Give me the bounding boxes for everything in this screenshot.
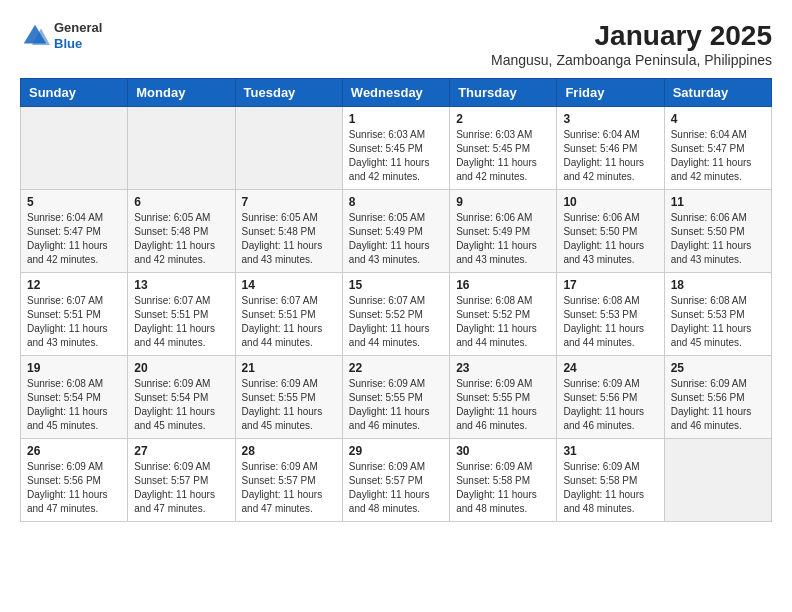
calendar-cell: 1Sunrise: 6:03 AM Sunset: 5:45 PM Daylig… (342, 107, 449, 190)
calendar-header-thursday: Thursday (450, 79, 557, 107)
calendar-cell: 25Sunrise: 6:09 AM Sunset: 5:56 PM Dayli… (664, 356, 771, 439)
day-info: Sunrise: 6:09 AM Sunset: 5:55 PM Dayligh… (456, 377, 550, 433)
day-number: 6 (134, 195, 228, 209)
day-info: Sunrise: 6:09 AM Sunset: 5:58 PM Dayligh… (563, 460, 657, 516)
day-number: 10 (563, 195, 657, 209)
calendar-cell: 24Sunrise: 6:09 AM Sunset: 5:56 PM Dayli… (557, 356, 664, 439)
day-number: 22 (349, 361, 443, 375)
day-number: 14 (242, 278, 336, 292)
day-number: 11 (671, 195, 765, 209)
calendar-week-5: 26Sunrise: 6:09 AM Sunset: 5:56 PM Dayli… (21, 439, 772, 522)
calendar-cell: 4Sunrise: 6:04 AM Sunset: 5:47 PM Daylig… (664, 107, 771, 190)
day-info: Sunrise: 6:09 AM Sunset: 5:57 PM Dayligh… (349, 460, 443, 516)
day-info: Sunrise: 6:09 AM Sunset: 5:57 PM Dayligh… (242, 460, 336, 516)
calendar-cell: 5Sunrise: 6:04 AM Sunset: 5:47 PM Daylig… (21, 190, 128, 273)
calendar-cell: 21Sunrise: 6:09 AM Sunset: 5:55 PM Dayli… (235, 356, 342, 439)
day-number: 23 (456, 361, 550, 375)
day-info: Sunrise: 6:09 AM Sunset: 5:56 PM Dayligh… (27, 460, 121, 516)
day-number: 24 (563, 361, 657, 375)
day-number: 13 (134, 278, 228, 292)
calendar-cell: 15Sunrise: 6:07 AM Sunset: 5:52 PM Dayli… (342, 273, 449, 356)
day-number: 1 (349, 112, 443, 126)
calendar-cell: 2Sunrise: 6:03 AM Sunset: 5:45 PM Daylig… (450, 107, 557, 190)
day-info: Sunrise: 6:08 AM Sunset: 5:52 PM Dayligh… (456, 294, 550, 350)
calendar-cell: 11Sunrise: 6:06 AM Sunset: 5:50 PM Dayli… (664, 190, 771, 273)
day-info: Sunrise: 6:08 AM Sunset: 5:53 PM Dayligh… (671, 294, 765, 350)
day-info: Sunrise: 6:06 AM Sunset: 5:50 PM Dayligh… (563, 211, 657, 267)
day-number: 17 (563, 278, 657, 292)
calendar-cell: 17Sunrise: 6:08 AM Sunset: 5:53 PM Dayli… (557, 273, 664, 356)
calendar-header-tuesday: Tuesday (235, 79, 342, 107)
day-number: 28 (242, 444, 336, 458)
day-info: Sunrise: 6:04 AM Sunset: 5:47 PM Dayligh… (27, 211, 121, 267)
day-number: 31 (563, 444, 657, 458)
calendar-cell: 8Sunrise: 6:05 AM Sunset: 5:49 PM Daylig… (342, 190, 449, 273)
day-number: 5 (27, 195, 121, 209)
day-info: Sunrise: 6:09 AM Sunset: 5:54 PM Dayligh… (134, 377, 228, 433)
day-number: 12 (27, 278, 121, 292)
calendar-cell (128, 107, 235, 190)
day-number: 4 (671, 112, 765, 126)
calendar-cell: 30Sunrise: 6:09 AM Sunset: 5:58 PM Dayli… (450, 439, 557, 522)
calendar-header-monday: Monday (128, 79, 235, 107)
subtitle: Mangusu, Zamboanga Peninsula, Philippine… (491, 52, 772, 68)
day-number: 9 (456, 195, 550, 209)
calendar-cell: 10Sunrise: 6:06 AM Sunset: 5:50 PM Dayli… (557, 190, 664, 273)
day-number: 19 (27, 361, 121, 375)
page-header: General Blue January 2025 Mangusu, Zambo… (20, 20, 772, 68)
calendar-cell (664, 439, 771, 522)
day-number: 21 (242, 361, 336, 375)
logo-icon (20, 21, 50, 51)
calendar-cell: 18Sunrise: 6:08 AM Sunset: 5:53 PM Dayli… (664, 273, 771, 356)
day-number: 30 (456, 444, 550, 458)
day-info: Sunrise: 6:03 AM Sunset: 5:45 PM Dayligh… (456, 128, 550, 184)
calendar-header-row: SundayMondayTuesdayWednesdayThursdayFrid… (21, 79, 772, 107)
day-info: Sunrise: 6:06 AM Sunset: 5:49 PM Dayligh… (456, 211, 550, 267)
day-info: Sunrise: 6:07 AM Sunset: 5:51 PM Dayligh… (27, 294, 121, 350)
calendar-cell: 19Sunrise: 6:08 AM Sunset: 5:54 PM Dayli… (21, 356, 128, 439)
calendar-cell: 20Sunrise: 6:09 AM Sunset: 5:54 PM Dayli… (128, 356, 235, 439)
calendar-cell: 7Sunrise: 6:05 AM Sunset: 5:48 PM Daylig… (235, 190, 342, 273)
day-info: Sunrise: 6:03 AM Sunset: 5:45 PM Dayligh… (349, 128, 443, 184)
title-block: January 2025 Mangusu, Zamboanga Peninsul… (491, 20, 772, 68)
day-info: Sunrise: 6:07 AM Sunset: 5:51 PM Dayligh… (242, 294, 336, 350)
calendar-table: SundayMondayTuesdayWednesdayThursdayFrid… (20, 78, 772, 522)
logo-text: General Blue (54, 20, 102, 51)
calendar-cell (21, 107, 128, 190)
day-info: Sunrise: 6:05 AM Sunset: 5:48 PM Dayligh… (242, 211, 336, 267)
day-number: 2 (456, 112, 550, 126)
calendar-cell: 3Sunrise: 6:04 AM Sunset: 5:46 PM Daylig… (557, 107, 664, 190)
calendar-cell: 16Sunrise: 6:08 AM Sunset: 5:52 PM Dayli… (450, 273, 557, 356)
calendar-cell: 13Sunrise: 6:07 AM Sunset: 5:51 PM Dayli… (128, 273, 235, 356)
day-number: 7 (242, 195, 336, 209)
calendar-header-sunday: Sunday (21, 79, 128, 107)
day-info: Sunrise: 6:09 AM Sunset: 5:55 PM Dayligh… (242, 377, 336, 433)
calendar-cell: 9Sunrise: 6:06 AM Sunset: 5:49 PM Daylig… (450, 190, 557, 273)
day-info: Sunrise: 6:07 AM Sunset: 5:51 PM Dayligh… (134, 294, 228, 350)
day-info: Sunrise: 6:05 AM Sunset: 5:48 PM Dayligh… (134, 211, 228, 267)
day-info: Sunrise: 6:09 AM Sunset: 5:56 PM Dayligh… (671, 377, 765, 433)
calendar-week-3: 12Sunrise: 6:07 AM Sunset: 5:51 PM Dayli… (21, 273, 772, 356)
day-info: Sunrise: 6:06 AM Sunset: 5:50 PM Dayligh… (671, 211, 765, 267)
day-number: 3 (563, 112, 657, 126)
day-info: Sunrise: 6:09 AM Sunset: 5:57 PM Dayligh… (134, 460, 228, 516)
calendar-cell: 14Sunrise: 6:07 AM Sunset: 5:51 PM Dayli… (235, 273, 342, 356)
calendar-cell: 31Sunrise: 6:09 AM Sunset: 5:58 PM Dayli… (557, 439, 664, 522)
calendar-header-wednesday: Wednesday (342, 79, 449, 107)
calendar-cell: 22Sunrise: 6:09 AM Sunset: 5:55 PM Dayli… (342, 356, 449, 439)
day-number: 26 (27, 444, 121, 458)
day-info: Sunrise: 6:04 AM Sunset: 5:47 PM Dayligh… (671, 128, 765, 184)
calendar-header-saturday: Saturday (664, 79, 771, 107)
calendar-week-2: 5Sunrise: 6:04 AM Sunset: 5:47 PM Daylig… (21, 190, 772, 273)
day-number: 27 (134, 444, 228, 458)
calendar-cell: 29Sunrise: 6:09 AM Sunset: 5:57 PM Dayli… (342, 439, 449, 522)
logo: General Blue (20, 20, 102, 51)
logo-blue: Blue (54, 36, 102, 52)
day-info: Sunrise: 6:08 AM Sunset: 5:54 PM Dayligh… (27, 377, 121, 433)
day-info: Sunrise: 6:04 AM Sunset: 5:46 PM Dayligh… (563, 128, 657, 184)
day-info: Sunrise: 6:09 AM Sunset: 5:56 PM Dayligh… (563, 377, 657, 433)
day-number: 18 (671, 278, 765, 292)
day-info: Sunrise: 6:07 AM Sunset: 5:52 PM Dayligh… (349, 294, 443, 350)
calendar-cell: 6Sunrise: 6:05 AM Sunset: 5:48 PM Daylig… (128, 190, 235, 273)
calendar-cell (235, 107, 342, 190)
